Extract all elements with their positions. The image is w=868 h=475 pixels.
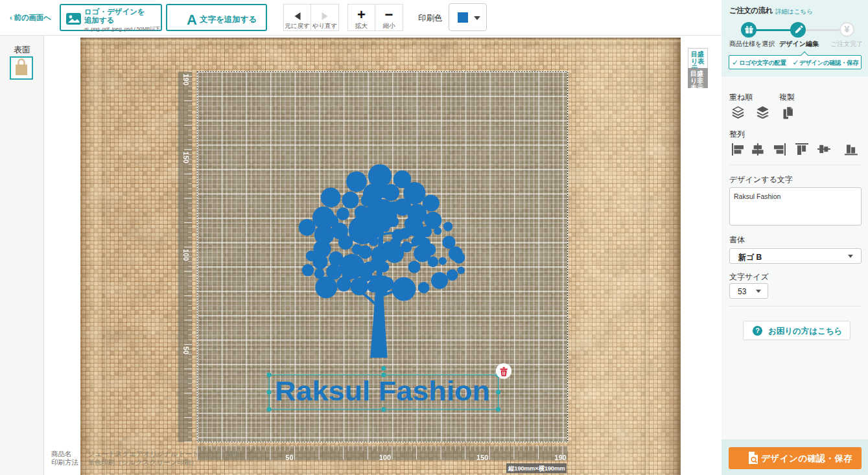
svg-text:100: 100 bbox=[182, 249, 190, 261]
svg-text:190: 190 bbox=[554, 454, 566, 461]
svg-text:150: 150 bbox=[182, 152, 190, 163]
svg-text:Raksul Fashion: Raksul Fashion bbox=[275, 375, 490, 406]
svg-text:100: 100 bbox=[379, 454, 391, 461]
svg-text:190: 190 bbox=[182, 74, 190, 86]
svg-text:50: 50 bbox=[182, 347, 190, 354]
svg-text:50: 50 bbox=[285, 454, 293, 461]
svg-text:150: 150 bbox=[476, 454, 488, 461]
